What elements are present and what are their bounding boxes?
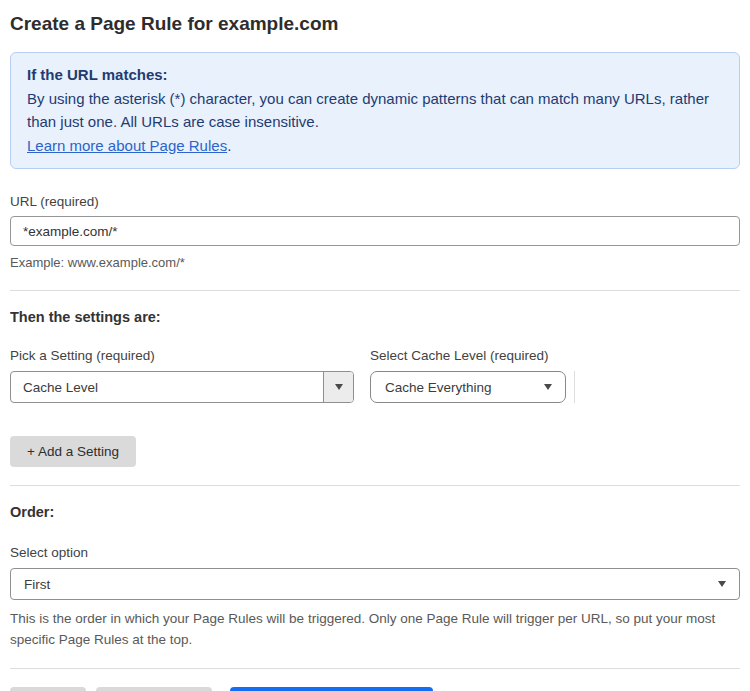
settings-section-heading: Then the settings are: [10,309,740,325]
setting-row: Pick a Setting (required) Cache Level Se… [10,347,740,403]
learn-more-link[interactable]: Learn more about Page Rules [27,137,227,154]
form-actions: Cancel Save as Draft Save and Deploy Pag… [10,687,740,691]
order-description: This is the order in which your Page Rul… [10,608,732,650]
setting-picker-value: Cache Level [11,380,323,395]
divider [10,485,740,486]
order-select-label: Select option [10,544,740,561]
setting-row-divider [574,371,575,403]
cache-level-label: Select Cache Level (required) [370,347,566,364]
url-match-info-box: If the URL matches: By using the asteris… [10,52,740,169]
save-as-draft-button[interactable]: Save as Draft [96,687,212,691]
info-box-heading: If the URL matches: [27,63,723,87]
order-value: First [24,577,50,592]
order-dropdown[interactable]: First [10,568,740,600]
info-box-body-text: By using the asterisk (*) character, you… [27,90,709,131]
setting-picker-label: Pick a Setting (required) [10,347,354,364]
page-title: Create a Page Rule for example.com [10,13,740,35]
cache-level-value: Cache Everything [371,380,544,395]
url-field-label: URL (required) [10,193,740,210]
order-section-heading: Order: [10,504,740,520]
cancel-button[interactable]: Cancel [10,687,86,691]
url-example-text: Example: www.example.com/* [10,253,740,272]
chevron-down-icon [544,384,552,390]
chevron-down-icon [718,581,726,587]
add-setting-button[interactable]: + Add a Setting [10,436,136,467]
page-rule-form: Create a Page Rule for example.com If th… [0,0,750,691]
info-box-body: By using the asterisk (*) character, you… [27,87,723,158]
link-period: . [227,137,231,154]
save-and-deploy-button[interactable]: Save and Deploy Page Rule [230,687,434,691]
dropdown-arrow-button[interactable] [323,372,353,402]
setting-picker-dropdown[interactable]: Cache Level [10,371,354,403]
divider [10,668,740,669]
url-input[interactable] [10,216,740,246]
setting-picker-column: Pick a Setting (required) Cache Level [10,347,354,403]
chevron-down-icon [335,384,343,390]
divider [10,290,740,291]
cache-level-dropdown[interactable]: Cache Everything [370,371,566,403]
cache-level-column: Select Cache Level (required) Cache Ever… [370,347,566,403]
